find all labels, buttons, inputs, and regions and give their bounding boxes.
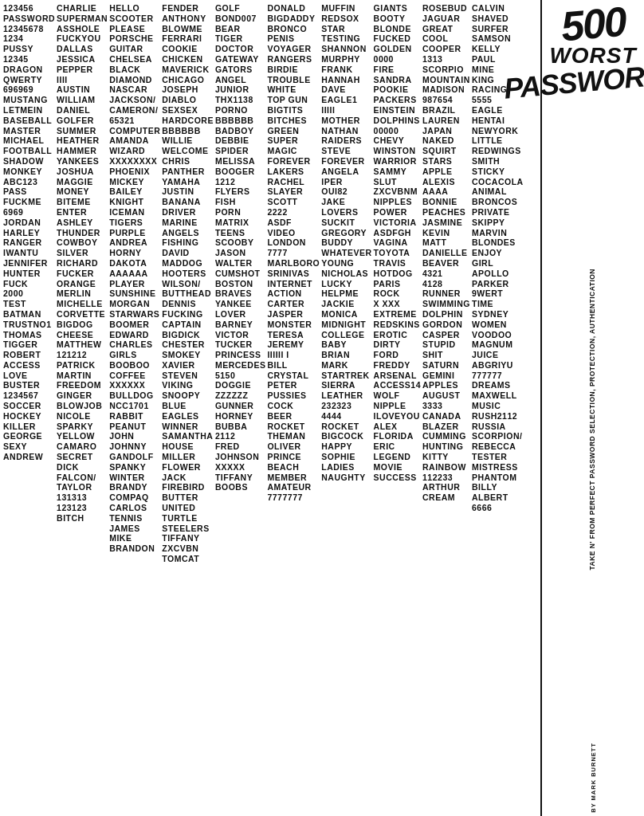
password-word: SUPER (267, 135, 320, 146)
password-word: FISHING (162, 237, 214, 248)
password-word: XAVIER (162, 360, 214, 371)
password-word: STICKY (472, 167, 524, 177)
password-word: MATT (422, 237, 470, 248)
password-word: GUITAR (109, 44, 160, 54)
password-word: STEELERS (162, 524, 214, 534)
password-word: muffin (321, 3, 371, 14)
password-word: BUTTER (162, 492, 214, 503)
password-word: WHITE (267, 84, 320, 95)
password-word: FUCKING (162, 309, 214, 320)
password-word: FENDER (162, 3, 214, 14)
password-word: LOVERS (321, 207, 371, 218)
password-word: Russia (472, 422, 524, 432)
password-word: LEATHER (321, 390, 371, 401)
password-word: trustno1 (3, 320, 55, 330)
password-word: WILSON/ (162, 279, 214, 289)
password-word: BLOWJOB (57, 401, 108, 411)
password-word: SLAYER (267, 186, 320, 197)
password-word: EXTREME (374, 309, 421, 320)
password-word: BIGDICK (162, 330, 214, 340)
password-word: FALCON/ (57, 473, 108, 483)
password-word: ARSENAL (374, 371, 421, 381)
password-word: BEAVER (422, 258, 470, 269)
password-word: PACKERS (374, 95, 421, 105)
password-word: 7777 (267, 248, 320, 258)
password-word: animal (472, 186, 524, 197)
password-word: HEATHER (57, 135, 108, 146)
password-word: CUMMING (422, 431, 470, 441)
password-word: STAR (321, 24, 371, 34)
password-word: TIFFANY (215, 473, 266, 483)
password-word: BRAVES (215, 288, 266, 299)
password-word: NAKED (422, 135, 470, 146)
password-word: mustang (3, 95, 55, 105)
password-word: LITTLE (472, 135, 524, 146)
password-word: SUMMER (57, 126, 108, 136)
password-word: iceman (109, 207, 160, 218)
password-word: SRINIVAS (267, 269, 320, 279)
password-word: ACCESS14 (374, 380, 421, 390)
password-word: 2112 (215, 431, 266, 441)
password-word: HUNTING (422, 441, 470, 452)
password-word: CASPER (422, 330, 470, 340)
password-word: SEXSEX (162, 105, 214, 116)
password-word: SHANNON (321, 44, 371, 54)
password-word: GANDOLF (109, 452, 160, 462)
password-word: BIGCOCK (321, 431, 371, 441)
author-text: BY MARK BURNETT (590, 743, 597, 813)
password-word: DIRTY (374, 339, 421, 350)
password-word: PETER (267, 380, 320, 390)
password-word: OLIVER (267, 441, 320, 452)
password-word: BRONCOS (472, 197, 524, 207)
password-word: PURPLE (109, 228, 160, 238)
password-word: ANGELA (321, 167, 371, 177)
password-word: Iwantu (3, 248, 55, 258)
password-word: BARNEY (215, 320, 266, 330)
title-500: 500 (560, 1, 627, 48)
password-word: MUSIC (472, 401, 524, 411)
password-word: bbbbbb (162, 126, 214, 136)
password-word: FISH (215, 197, 266, 207)
password-word: DANIELLE (422, 248, 470, 258)
password-word: WALTER (215, 258, 266, 269)
password-word: MARK (321, 360, 371, 371)
password-word: NICOLE (57, 411, 108, 422)
password-word: PARKER (472, 279, 524, 289)
password-word: WIZARD (109, 146, 160, 156)
password-word: 12345 (3, 54, 55, 65)
password-word: FUCKED (374, 33, 421, 44)
password-word: YANKEE (215, 299, 266, 309)
password-word: BABY (321, 339, 371, 350)
password-word: fuckme (3, 197, 55, 207)
password-word: JOHNSON (215, 452, 266, 462)
password-word: 123123 (57, 503, 108, 513)
password-word: TAYLOR (57, 482, 108, 492)
password-word: TIGERS (109, 218, 160, 228)
password-word: Diablo (162, 95, 214, 105)
password-word: CHRIS (162, 156, 214, 167)
password-word: POWER (374, 207, 421, 218)
password-word: 131313 (57, 492, 108, 503)
password-word: VIDEO (267, 228, 320, 238)
password-word: RUNNER (422, 288, 470, 299)
password-word: BOOBS (215, 482, 266, 492)
password-word: dragon (3, 65, 55, 75)
password-word: knight (109, 197, 160, 207)
password-word: JEREMY (267, 339, 320, 350)
password-word: GIRLS (109, 350, 160, 360)
password-word: MARINE (162, 218, 214, 228)
password-word: PARIS (374, 279, 421, 289)
password-word: CHARLIE (57, 3, 108, 14)
password-word: 4128 (422, 279, 470, 289)
password-word: AUSTIN (57, 84, 108, 95)
password-word: JOSHUA (57, 167, 108, 177)
password-word: JUICE (472, 350, 524, 360)
password-word: PLEASE (109, 24, 160, 34)
password-word: TURTLE (162, 513, 214, 524)
password-word: VOODOO (472, 330, 524, 340)
password-word: MILLER (162, 452, 214, 462)
password-word: FORD (374, 350, 421, 360)
password-word: Marlboro (267, 258, 320, 269)
password-word: CHEVY (374, 135, 421, 146)
password-word: SMOKEY (162, 350, 214, 360)
